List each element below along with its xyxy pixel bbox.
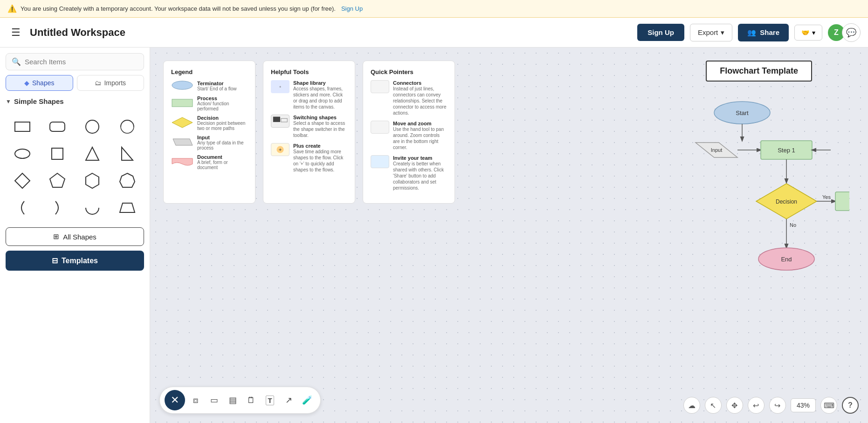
svg-marker-9 (50, 173, 65, 187)
svg-marker-16 (173, 139, 193, 145)
simple-shapes-section[interactable]: ▼ Simple Shapes (6, 96, 144, 107)
search-bar[interactable]: 🔍 (6, 53, 144, 70)
share-button[interactable]: 👥 Share (738, 24, 789, 41)
shape-triangle[interactable] (77, 143, 108, 165)
helpful-tools-card: Helpful Tools + Shape library Access sha… (263, 61, 355, 204)
templates-button[interactable]: ⊟ Templates (6, 251, 144, 271)
help-button[interactable]: ? (842, 397, 859, 414)
banner-signup-link[interactable]: Sign Up (341, 5, 363, 12)
shape-bracket-right[interactable] (42, 197, 73, 219)
svg-marker-7 (122, 147, 133, 160)
share-label: Share (760, 28, 779, 36)
undo-icon: ↩ (753, 401, 759, 410)
svg-rect-0 (15, 122, 30, 131)
line-icon: ↗ (285, 395, 292, 405)
svg-text:No: No (790, 222, 796, 228)
helpful-switching-shapes: Switching shapes Select a shape to acces… (271, 115, 347, 138)
panel-tabs: ◆ Shapes 🗂 Imports (6, 75, 144, 91)
keyboard-shortcuts-button[interactable]: ⌨ (820, 397, 837, 414)
collab-icon: 🤝 (801, 29, 809, 36)
all-shapes-icon: ⊞ (53, 232, 59, 241)
shape-hexagon[interactable] (77, 170, 108, 192)
shape-tool-button[interactable]: ▭ (206, 392, 222, 409)
svg-marker-6 (86, 147, 99, 160)
menu-button[interactable]: ☰ (7, 25, 24, 41)
section-label: Simple Shapes (14, 97, 64, 105)
tab-shapes[interactable]: ◆ Shapes (6, 75, 73, 91)
svg-rect-18 (281, 118, 287, 122)
select-tool-button[interactable]: ↖ (705, 397, 722, 414)
quick-pointers-card: Quick Pointers Connectors Instead of jus… (363, 61, 455, 204)
legend-document: Document A brief, form or document (171, 154, 248, 170)
export-button[interactable]: Export ▾ (690, 24, 732, 41)
tab-imports[interactable]: 🗂 Imports (77, 75, 145, 91)
canvas-area[interactable]: Legend Terminator Start/ End of a flow (150, 48, 868, 423)
shape-rectangle[interactable] (7, 116, 38, 138)
help-icon: ? (848, 401, 853, 409)
close-toolbar-button[interactable]: ✕ (165, 390, 185, 410)
text-input-tool-button[interactable]: T (262, 392, 278, 409)
export-chevron-icon: ▾ (721, 28, 724, 37)
shape-square[interactable] (42, 143, 73, 165)
svg-point-4 (15, 149, 30, 158)
helpful-title: Helpful Tools (271, 68, 347, 75)
bottom-toolbar: ✕ ⧈ ▭ ▤ 🗒 T ↗ 🧪 (159, 387, 321, 414)
sticky-tool-button[interactable]: 🗒 (243, 392, 260, 409)
svg-text:Decision: Decision (776, 198, 797, 205)
signup-button[interactable]: Sign Up (637, 24, 684, 41)
legend-process: Process Action/ function performed (171, 96, 248, 111)
type-icon: T (266, 396, 274, 405)
all-shapes-button[interactable]: ⊞ All Shapes (6, 227, 144, 246)
undo-button[interactable]: ↩ (748, 397, 765, 414)
flowchart-title: Flowchart Template (706, 61, 812, 82)
shape-pentagon[interactable] (42, 170, 73, 192)
notification-banner: ⚠️ You are using Creately with a tempora… (0, 0, 868, 18)
shape-right-triangle[interactable] (112, 143, 142, 165)
frame-tool-button[interactable]: ⧈ (187, 392, 204, 409)
share-people-icon: 👥 (747, 28, 756, 37)
shape-ellipse[interactable] (7, 143, 38, 165)
legend-card: Legend Terminator Start/ End of a flow (163, 61, 255, 204)
svg-marker-12 (120, 203, 135, 212)
shape-rounded-rectangle[interactable] (42, 116, 73, 138)
collaborator-button[interactable]: 🤝 ▾ (794, 25, 822, 41)
templates-label: Templates (62, 257, 98, 265)
legend-terminator: Terminator Start/ End of a flow (171, 80, 248, 92)
bottom-right-controls: ☁ ↖ ✥ ↩ ↪ 43% ⌨ ? (683, 397, 859, 414)
shape-trapezoid[interactable] (112, 197, 142, 219)
svg-marker-10 (86, 173, 99, 188)
pan-tool-button[interactable]: ✥ (726, 397, 743, 414)
main-layout: 🔍 ◆ Shapes 🗂 Imports ▼ Simple Shapes (0, 48, 868, 423)
shape-bracket-left[interactable] (7, 197, 38, 219)
shape-diamond[interactable] (7, 170, 38, 192)
all-shapes-label: All Shapes (63, 233, 96, 241)
export-label: Export (698, 28, 718, 36)
svg-text:End: End (781, 256, 792, 263)
shapes-grid (6, 112, 144, 223)
svg-rect-17 (273, 117, 280, 122)
left-panel: 🔍 ◆ Shapes 🗂 Imports ▼ Simple Shapes (0, 48, 150, 423)
cursor-icon: ↖ (710, 401, 716, 410)
shape-arc-bottom[interactable] (77, 197, 108, 219)
shape-arc[interactable] (112, 116, 142, 138)
svg-text:Yes: Yes (822, 194, 831, 200)
banner-message: You are using Creately with a temporary … (21, 5, 336, 12)
svg-marker-8 (15, 173, 30, 188)
redo-button[interactable]: ↪ (769, 397, 786, 414)
legend-decision: Decision Decision point between two or m… (171, 115, 248, 131)
svg-rect-1 (50, 122, 65, 131)
shape-circle[interactable] (77, 116, 108, 138)
dropper-tool-button[interactable]: 🧪 (299, 392, 316, 409)
text-tool-button[interactable]: ▤ (224, 392, 241, 409)
search-input[interactable] (25, 58, 138, 66)
svg-rect-14 (172, 99, 193, 107)
comment-button[interactable]: 💬 (842, 23, 861, 42)
shape-heptagon[interactable] (112, 170, 142, 192)
text-area-icon: ▤ (229, 395, 237, 405)
svg-marker-15 (172, 117, 193, 128)
line-tool-button[interactable]: ↗ (280, 392, 297, 409)
svg-rect-5 (52, 148, 63, 159)
cloud-save-button[interactable]: ☁ (683, 397, 700, 414)
tab-imports-label: Imports (104, 79, 126, 87)
warning-icon: ⚠️ (7, 4, 17, 13)
